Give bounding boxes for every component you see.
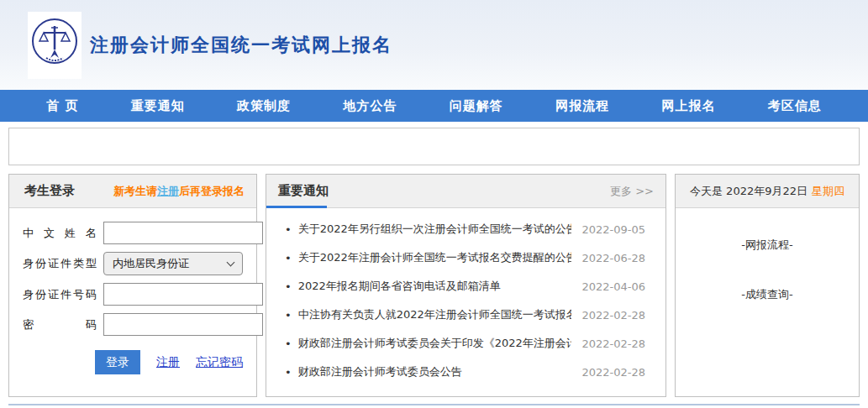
notice-list: • 关于2022年另行组织一次注册会计师全国统一考试的公告 2022-09-05… — [266, 208, 665, 386]
nav-item-registration-process[interactable]: 网报流程 — [555, 98, 609, 114]
nav-item-faq[interactable]: 问题解答 — [450, 98, 503, 114]
process-link[interactable]: -网报流程- — [676, 238, 859, 253]
nav-item-home[interactable]: 首 页 — [46, 98, 78, 114]
hint-suffix: 后再登录报名 — [179, 185, 245, 197]
notice-title[interactable]: 财政部注册会计师考试委员会公告 — [298, 364, 572, 379]
notice-item[interactable]: • 关于2022年注册会计师全国统一考试报名交费提醒的公告 2022-06-28 — [266, 243, 665, 272]
main-nav: 首 页 重要通知 政策制度 地方公告 问题解答 网报流程 网上报名 考区信息 — [0, 90, 868, 122]
nav-item-important-notices[interactable]: 重要通知 — [131, 98, 185, 114]
login-actions: 登录 注册 忘记密码 — [23, 350, 243, 374]
notice-item[interactable]: • 中注协有关负责人就2022年注册会计师全国统一考试报名相... 2022-0… — [266, 301, 665, 329]
cicpa-seal-icon — [29, 14, 80, 76]
footer-divider — [8, 404, 860, 405]
more-link[interactable]: 更多 >> — [610, 184, 654, 199]
notice-item[interactable]: • 关于2022年另行组织一次注册会计师全国统一考试的公告 2022-09-05 — [266, 215, 665, 243]
bullet-icon: • — [285, 280, 292, 293]
inline-register-link[interactable]: 注册 — [157, 185, 179, 197]
notice-item[interactable]: • 2022年报名期间各省咨询电话及邮箱清单 2022-04-06 — [266, 272, 665, 301]
notice-title[interactable]: 关于2022年注册会计师全国统一考试报名交费提醒的公告 — [298, 250, 572, 265]
name-label: 中 文 姓 名 — [23, 226, 97, 241]
bullet-icon: • — [285, 366, 292, 379]
notice-item[interactable]: • 财政部注册会计师考试委员会公告 2022-02-28 — [266, 358, 665, 386]
name-input[interactable] — [103, 222, 263, 244]
notice-date: 2022-06-28 — [581, 252, 645, 264]
notices-panel: 重要通知 更多 >> • 关于2022年另行组织一次注册会计师全国统一考试的公告… — [266, 174, 666, 397]
id-type-label: 身份证件类型 — [23, 256, 97, 271]
password-field-row: 密 码 — [23, 313, 243, 336]
password-input[interactable] — [103, 313, 263, 336]
register-link[interactable]: 注册 — [156, 355, 180, 370]
notices-header: 重要通知 更多 >> — [266, 175, 665, 208]
cicpa-logo — [28, 12, 82, 79]
notices-title: 重要通知 — [278, 183, 329, 199]
main-content: 考生登录 新考生请注册后再登录报名 中 文 姓 名 身份证件类型 内地居民身份证… — [8, 174, 860, 397]
notice-item[interactable]: • 财政部注册会计师考试委员会关于印发《2022年注册会计师... 2022-0… — [266, 329, 665, 358]
notice-banner — [8, 128, 860, 165]
bullet-icon: • — [285, 337, 292, 350]
notice-title[interactable]: 中注协有关负责人就2022年注册会计师全国统一考试报名相... — [298, 307, 572, 322]
new-user-hint: 新考生请注册后再登录报名 — [113, 184, 245, 199]
notice-date: 2022-09-05 — [581, 223, 645, 236]
notice-date: 2022-04-06 — [581, 280, 645, 293]
forgot-password-link[interactable]: 忘记密码 — [196, 355, 243, 370]
hint-prefix: 新考生请 — [113, 185, 157, 197]
bullet-icon: • — [285, 309, 292, 322]
nav-item-local-announcements[interactable]: 地方公告 — [343, 98, 397, 114]
notice-title[interactable]: 2022年报名期间各省咨询电话及邮箱清单 — [298, 279, 572, 294]
score-query-link[interactable]: -成绩查询- — [676, 287, 859, 302]
date-panel-body: -网报流程- -成绩查询- — [676, 208, 859, 337]
chevron-down-icon — [227, 258, 235, 266]
login-button[interactable]: 登录 — [95, 350, 140, 374]
login-panel: 考生登录 新考生请注册后再登录报名 中 文 姓 名 身份证件类型 内地居民身份证… — [8, 174, 257, 397]
login-title: 考生登录 — [24, 183, 75, 199]
id-number-field-row: 身份证件号码 — [23, 283, 243, 306]
id-number-input[interactable] — [103, 283, 263, 306]
active-tab-indicator — [266, 206, 327, 208]
app-header: 注册会计师全国统一考试网上报名 — [0, 0, 868, 90]
id-type-select[interactable]: 内地居民身份证 — [103, 252, 243, 275]
id-number-label: 身份证件号码 — [23, 287, 97, 302]
today-date-text: 今天是 2022年9月22日 — [690, 184, 808, 199]
name-field-row: 中 文 姓 名 — [23, 222, 243, 244]
notice-date: 2022-02-28 — [581, 309, 645, 322]
notice-title[interactable]: 财政部注册会计师考试委员会关于印发《2022年注册会计师... — [298, 336, 572, 351]
notice-date: 2022-02-28 — [581, 366, 645, 379]
weekday-text: 星期四 — [812, 184, 844, 199]
notice-date: 2022-02-28 — [581, 337, 645, 350]
id-type-selected-value: 内地居民身份证 — [113, 256, 189, 271]
password-label: 密 码 — [23, 317, 97, 332]
bullet-icon: • — [285, 223, 292, 236]
date-header: 今天是 2022年9月22日 星期四 — [676, 175, 859, 208]
id-type-field-row: 身份证件类型 内地居民身份证 — [23, 252, 243, 275]
nav-item-exam-area-info[interactable]: 考区信息 — [768, 98, 822, 114]
login-form: 中 文 姓 名 身份证件类型 内地居民身份证 身份证件号码 密 码 登录 注 — [9, 208, 256, 374]
date-panel: 今天是 2022年9月22日 星期四 -网报流程- -成绩查询- — [675, 174, 860, 397]
notice-title[interactable]: 关于2022年另行组织一次注册会计师全国统一考试的公告 — [298, 222, 572, 237]
nav-item-policies[interactable]: 政策制度 — [237, 98, 291, 114]
page-title: 注册会计师全国统一考试网上报名 — [90, 33, 392, 58]
bullet-icon: • — [285, 252, 292, 264]
nav-item-online-registration[interactable]: 网上报名 — [661, 98, 715, 114]
login-panel-header: 考生登录 新考生请注册后再登录报名 — [9, 175, 256, 208]
